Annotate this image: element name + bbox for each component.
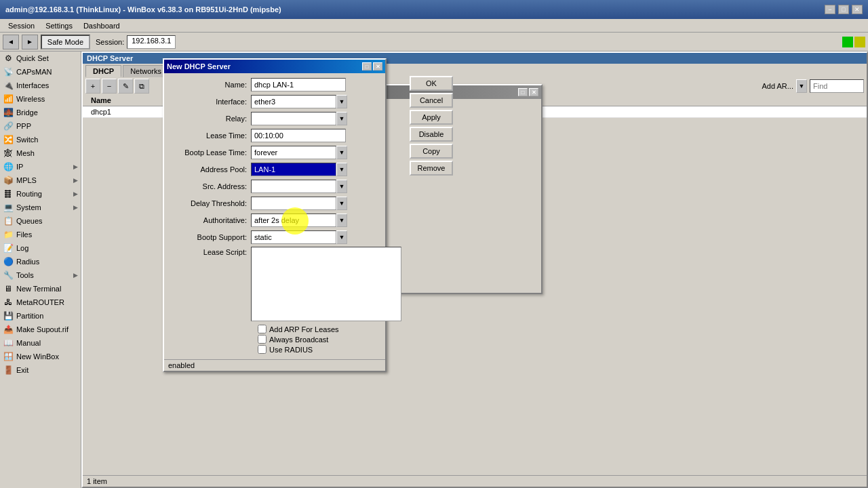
bootp-lease-time-input[interactable] xyxy=(251,146,336,159)
bootp-support-input[interactable] xyxy=(251,230,336,244)
cancel-button[interactable]: Cancel xyxy=(410,93,453,108)
sidebar-item-system[interactable]: 💻 System ▶ xyxy=(0,201,81,214)
manual-icon: 📖 xyxy=(3,338,14,348)
sidebar-item-metarouter[interactable]: 🖧 MetaROUTER xyxy=(0,296,81,309)
sidebar-item-make-supout[interactable]: 📤 Make Supout.rif xyxy=(0,323,81,336)
mpls-arrow: ▶ xyxy=(73,177,78,184)
sidebar-item-label: CAPsMAN xyxy=(16,68,52,76)
add-arp-checkbox[interactable] xyxy=(258,325,267,333)
delay-threshold-wrapper: ▼ xyxy=(251,197,347,210)
remove-button[interactable]: − xyxy=(102,79,117,94)
disable-button[interactable]: Disable xyxy=(410,127,453,142)
sidebar-item-bridge[interactable]: 🌉 Bridge xyxy=(0,106,81,119)
sidebar-item-manual[interactable]: 📖 Manual xyxy=(0,336,81,350)
ok-button[interactable]: OK xyxy=(410,76,453,91)
copy-button[interactable]: Copy xyxy=(410,144,453,159)
find-input[interactable] xyxy=(810,79,864,93)
sidebar-item-wireless[interactable]: 📶 Wireless xyxy=(0,92,81,106)
sidebar-item-label: Quick Set xyxy=(16,54,49,62)
dialog-close[interactable]: ✕ xyxy=(373,62,382,70)
sidebar-item-capsman[interactable]: 📡 CAPsMAN xyxy=(0,65,81,79)
back-button[interactable]: ◄ xyxy=(3,35,19,49)
src-address-dropdown-btn[interactable]: ▼ xyxy=(336,180,347,193)
mpls-icon: 📦 xyxy=(3,175,14,186)
add-ar-dropdown-label: Add AR... xyxy=(762,82,793,90)
tab-networks[interactable]: Networks xyxy=(123,65,169,77)
new-terminal-icon: 🖥 xyxy=(3,283,14,294)
minimize-button[interactable]: − xyxy=(825,5,835,14)
dialog-title: New DHCP Server xyxy=(167,62,231,70)
ip-icon: 🌐 xyxy=(3,161,14,172)
authoritative-dropdown-btn[interactable]: ▼ xyxy=(336,214,347,227)
src-address-input[interactable] xyxy=(251,180,336,193)
dialog-minimize[interactable]: □ xyxy=(362,62,372,70)
sidebar-item-radius[interactable]: 🔵 Radius xyxy=(0,255,81,268)
sidebar-item-files[interactable]: 📁 Files xyxy=(0,228,81,241)
sidebar-item-ip[interactable]: 🌐 IP ▶ xyxy=(0,160,81,174)
interface-dropdown-btn[interactable]: ▼ xyxy=(336,95,347,108)
remove-button[interactable]: Remove xyxy=(410,161,453,176)
ppp-icon: 🔗 xyxy=(3,121,14,131)
lease-script-textarea[interactable] xyxy=(251,247,401,321)
tools-icon: 🔧 xyxy=(3,270,14,281)
bootp-support-dropdown-btn[interactable]: ▼ xyxy=(336,230,347,244)
use-radius-checkbox[interactable] xyxy=(258,345,267,354)
add-ar-dropdown-btn[interactable]: ▼ xyxy=(796,79,807,93)
sidebar-item-interfaces[interactable]: 🔌 Interfaces xyxy=(0,79,81,92)
always-broadcast-row: Always Broadcast xyxy=(170,335,401,344)
edit-button[interactable]: ✎ xyxy=(118,79,133,94)
bg-dialog-close[interactable]: ✕ xyxy=(529,88,538,96)
close-button[interactable]: ✕ xyxy=(852,5,863,14)
copy-toolbar-button[interactable]: ⧉ xyxy=(134,79,149,94)
authoritative-input[interactable] xyxy=(251,214,336,227)
bg-dialog-min[interactable]: □ xyxy=(518,88,528,96)
menu-dashboard[interactable]: Dashboard xyxy=(78,20,125,31)
bootp-lease-time-dropdown-btn[interactable]: ▼ xyxy=(336,146,347,159)
add-button[interactable]: + xyxy=(85,79,100,94)
sidebar-item-quick-set[interactable]: ⚙ Quick Set xyxy=(0,52,81,65)
sidebar-item-exit[interactable]: 🚪 Exit xyxy=(0,363,81,377)
maximize-button[interactable]: □ xyxy=(838,5,849,14)
sidebar-item-mesh[interactable]: 🕸 Mesh xyxy=(0,146,81,160)
sidebar-item-new-terminal[interactable]: 🖥 New Terminal xyxy=(0,282,81,296)
sidebar-item-mpls[interactable]: 📦 MPLS ▶ xyxy=(0,174,81,187)
toolbar: ◄ ► Safe Mode Session: 192.168.3.1 xyxy=(0,33,868,52)
lease-time-input[interactable] xyxy=(251,129,346,142)
sidebar-item-new-winbox[interactable]: 🪟 New WinBox xyxy=(0,350,81,363)
tab-dhcp[interactable]: DHCP xyxy=(85,65,121,77)
always-broadcast-checkbox[interactable] xyxy=(258,335,267,344)
sidebar-item-label: Switch xyxy=(16,136,38,144)
sidebar-item-switch[interactable]: 🔀 Switch xyxy=(0,133,81,146)
relay-dropdown-btn[interactable]: ▼ xyxy=(336,112,347,125)
log-icon: 📝 xyxy=(3,243,14,253)
status-lights xyxy=(842,37,865,47)
sidebar-item-label: Interfaces xyxy=(16,81,49,89)
address-pool-dropdown-btn[interactable]: ▼ xyxy=(336,163,347,176)
wireless-icon: 📶 xyxy=(3,94,14,104)
sidebar-item-label: MPLS xyxy=(16,176,37,184)
sidebar-item-tools[interactable]: 🔧 Tools ▶ xyxy=(0,268,81,282)
sidebar-item-ppp[interactable]: 🔗 PPP xyxy=(0,119,81,133)
bootp-lease-time-label: Bootp Lease Time: xyxy=(170,148,251,157)
bootp-support-wrapper: ▼ xyxy=(251,230,347,244)
menu-bar: Session Settings Dashboard xyxy=(0,19,868,33)
relay-input[interactable] xyxy=(251,112,336,125)
sidebar-item-log[interactable]: 📝 Log xyxy=(0,241,81,255)
safe-mode-button[interactable]: Safe Mode xyxy=(41,35,90,49)
main-area: ⚙ Quick Set 📡 CAPsMAN 🔌 Interfaces 📶 Wir… xyxy=(0,52,868,488)
forward-button[interactable]: ► xyxy=(22,35,38,49)
delay-threshold-input[interactable] xyxy=(251,197,336,210)
interface-input[interactable] xyxy=(251,95,336,108)
menu-settings[interactable]: Settings xyxy=(40,20,78,31)
dialog-title-controls: □ ✕ xyxy=(362,62,382,70)
delay-threshold-dropdown-btn[interactable]: ▼ xyxy=(336,197,347,210)
apply-button[interactable]: Apply xyxy=(410,110,453,125)
sidebar-item-partition[interactable]: 💾 Partition xyxy=(0,309,81,323)
sidebar-item-routing[interactable]: 🛤 Routing ▶ xyxy=(0,187,81,201)
address-pool-input[interactable] xyxy=(251,163,336,176)
name-input[interactable] xyxy=(251,78,346,92)
sidebar-item-queues[interactable]: 📋 Queues xyxy=(0,214,81,228)
ip-arrow: ▶ xyxy=(73,163,78,170)
title-bar: admin@192.168.3.1 (ThinkLinux) - WinBox … xyxy=(0,0,868,19)
menu-session[interactable]: Session xyxy=(3,20,40,31)
